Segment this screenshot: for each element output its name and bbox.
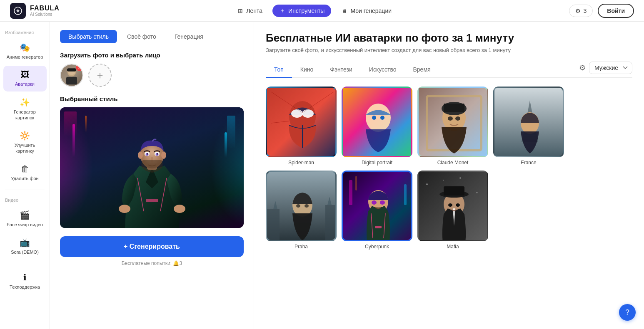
free-attempts-label: Бесплатные попытки: 🔔3 <box>60 260 244 266</box>
credits-icon: ⚙ <box>575 7 581 14</box>
generator-icon: ✨ <box>20 97 30 107</box>
svg-rect-43 <box>404 184 407 205</box>
credits-badge[interactable]: ⚙ 3 <box>569 5 593 17</box>
style-tab-time[interactable]: Время <box>405 62 439 78</box>
nav-feed[interactable]: ⊞ Лента <box>230 5 269 17</box>
style-card-praha[interactable]: Praha <box>266 171 337 250</box>
header: FABULA AI Solutions ⊞ Лента ＋ Инструмент… <box>0 0 644 22</box>
sidebar-item-sora[interactable]: 📺 Sora (DEMO) <box>3 233 47 259</box>
tab-generation[interactable]: Генерация <box>166 30 212 43</box>
nav-tools-label: Инструменты <box>288 7 324 14</box>
gender-select-wrap: ⚙ Мужские Женские <box>579 62 632 77</box>
style-card-france[interactable]: France <box>493 87 564 166</box>
svg-point-21 <box>302 109 314 118</box>
sidebar-item-enhance[interactable]: 🔆 Улучшить картинку <box>3 126 47 158</box>
support-button[interactable]: ? <box>619 304 636 321</box>
style-card-label-cyberpunk: Cyberpunk <box>365 244 389 250</box>
svg-rect-56 <box>444 186 464 195</box>
sidebar: Изображения 🎭 Аниме генератор 🖼 Аватарки… <box>0 22 50 329</box>
generator-label: Генератор картинок <box>7 109 43 121</box>
sidebar-video-label: Видео <box>0 194 50 204</box>
style-tab-cinema[interactable]: Кино <box>292 62 322 78</box>
style-tab-art[interactable]: Искусство <box>361 62 405 78</box>
style-card-label-praha: Praha <box>295 244 308 250</box>
sidebar-item-support[interactable]: ℹ Техподдержка <box>3 268 47 294</box>
login-button[interactable]: Войти <box>598 4 634 18</box>
tab-choose-style[interactable]: Выбрать стиль <box>60 30 117 43</box>
svg-rect-5 <box>146 199 158 202</box>
bg-neon-2 <box>227 116 235 149</box>
style-card-img-spiderman <box>266 87 337 157</box>
gender-select[interactable]: Мужские Женские <box>589 62 632 74</box>
selected-style-title: Выбранный стиль <box>60 95 244 102</box>
style-card-digital[interactable]: Digital portrait <box>342 87 412 166</box>
generate-button[interactable]: + Сгенерировать <box>60 236 244 257</box>
logo-text: FABULA AI Solutions <box>30 5 60 17</box>
sidebar-item-avatars[interactable]: 🖼 Аватарки <box>3 66 47 91</box>
svg-point-20 <box>291 109 303 118</box>
style-preview <box>60 107 244 228</box>
style-card-label-mafia: Mafia <box>447 244 459 250</box>
svg-rect-46 <box>375 226 382 228</box>
style-card-mafia[interactable]: Mafia <box>417 171 488 250</box>
svg-point-32 <box>455 116 460 121</box>
nav-feed-label: Лента <box>246 7 262 14</box>
svg-point-8 <box>138 151 143 159</box>
anime-icon: 🎭 <box>20 42 30 52</box>
svg-point-39 <box>296 204 300 208</box>
logo-sub: AI Solutions <box>30 12 60 17</box>
nav-mygenerations[interactable]: 🖥 Мои генерации <box>334 5 398 17</box>
style-card-cyberpunk[interactable]: Cyberpunk <box>342 171 412 250</box>
avatars-label: Аватарки <box>15 81 35 87</box>
style-card-img-praha <box>266 171 337 241</box>
support-label: Техподдержка <box>10 284 40 290</box>
svg-point-17 <box>174 205 185 213</box>
sidebar-item-removebg[interactable]: 🗑 Удалить фон <box>3 160 47 186</box>
svg-point-53 <box>459 177 461 179</box>
logo[interactable]: FABULA AI Solutions <box>10 3 60 19</box>
svg-point-47 <box>372 200 377 205</box>
svg-point-16 <box>119 205 130 213</box>
svg-rect-37 <box>325 205 337 241</box>
svg-rect-36 <box>267 209 280 241</box>
style-tab-top[interactable]: Топ <box>266 62 292 78</box>
svg-point-57 <box>448 203 452 207</box>
upload-photos: ✕ ＋ <box>60 64 244 87</box>
style-card-monet[interactable]: Claude Monet <box>417 87 488 166</box>
nav-tools[interactable]: ＋ Инструменты <box>272 5 331 17</box>
svg-point-48 <box>380 200 385 205</box>
style-card-img-digital <box>342 87 412 157</box>
uploaded-avatar: ✕ <box>60 64 83 87</box>
svg-point-24 <box>372 116 376 120</box>
style-preview-bg <box>60 107 244 228</box>
style-card-spiderman[interactable]: Spider-man <box>266 87 337 166</box>
faceswap-label: Face swap видео <box>7 222 43 228</box>
bg-neon-1 <box>64 111 77 136</box>
svg-rect-2 <box>66 77 77 85</box>
svg-rect-42 <box>349 180 352 205</box>
tab-bar: Выбрать стиль Своё фото Генерация <box>60 30 244 43</box>
selected-style-section: Выбранный стиль <box>60 95 244 228</box>
svg-point-9 <box>161 151 166 159</box>
style-card-img-france <box>493 87 564 157</box>
sidebar-item-generator[interactable]: ✨ Генератор картинок <box>3 93 47 125</box>
tab-my-photo[interactable]: Своё фото <box>119 30 165 43</box>
sidebar-images-label: Изображения <box>0 27 50 37</box>
svg-point-25 <box>380 116 384 120</box>
styles-grid: Spider-man Digital portrait <box>266 87 632 250</box>
removebg-label: Удалить фон <box>11 176 38 181</box>
nav-mygenerations-label: Мои генерации <box>350 7 392 14</box>
removebg-icon: 🗑 <box>21 164 29 174</box>
main-layout: Изображения 🎭 Аниме генератор 🖼 Аватарки… <box>0 22 644 329</box>
filter-icon: ⚙ <box>579 63 586 72</box>
sidebar-divider-2 <box>5 264 45 264</box>
sidebar-item-anime[interactable]: 🎭 Аниме генератор <box>3 38 47 64</box>
style-card-img-monet <box>417 87 488 157</box>
support-question-icon: ? <box>625 308 629 317</box>
sora-icon: 📺 <box>20 237 30 247</box>
sidebar-item-faceswap[interactable]: 🎬 Face swap видео <box>3 206 47 232</box>
style-tab-fantasy[interactable]: Фэнтези <box>322 62 361 78</box>
add-photo-button[interactable]: ＋ <box>88 64 112 87</box>
feed-icon: ⊞ <box>237 7 244 14</box>
remove-avatar-button[interactable]: ✕ <box>76 64 83 71</box>
